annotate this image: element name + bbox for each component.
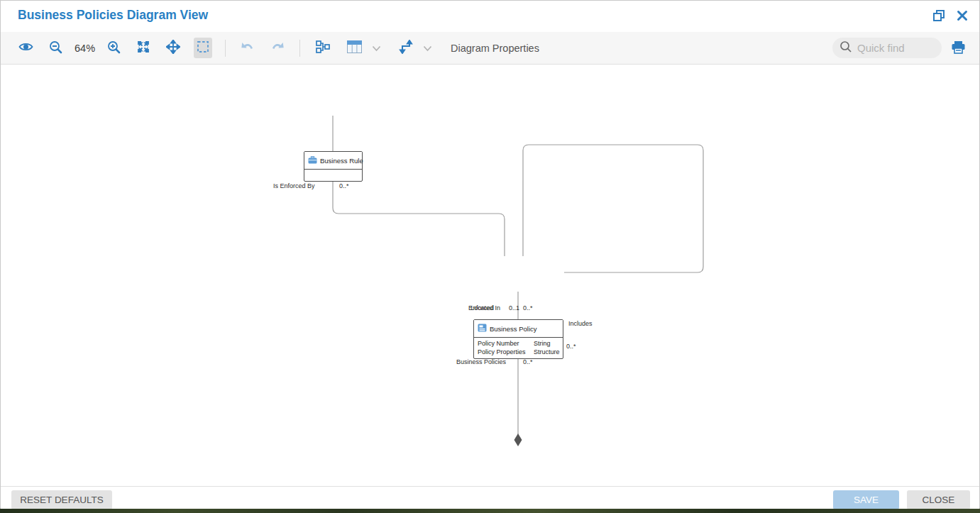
- table-view-button[interactable]: [344, 38, 365, 58]
- briefcase-icon: [308, 154, 317, 167]
- toolbar-separator: [299, 40, 300, 57]
- cardinality-label: 0..*: [523, 358, 533, 365]
- zoom-in-icon: [107, 40, 121, 56]
- zoom-out-icon: [49, 40, 62, 56]
- auto-layout-button[interactable]: [313, 38, 333, 58]
- attribute-name: Policy Properties: [478, 348, 534, 356]
- fit-to-window-icon: [136, 40, 150, 56]
- table-view-dropdown-chevron[interactable]: [372, 42, 381, 55]
- dialog-footer: RESET DEFAULTS SAVE CLOSE: [1, 486, 979, 510]
- close-dialog-button[interactable]: [955, 9, 969, 23]
- entity-title: Business Rule: [320, 157, 363, 165]
- entity-business-policy-header: Business Policy: [474, 320, 563, 338]
- zoom-in-button[interactable]: [105, 38, 123, 58]
- entity-business-rule[interactable]: Business Rule: [304, 151, 363, 182]
- diagram-properties-button[interactable]: Diagram Properties: [451, 43, 539, 54]
- entity-business-policy[interactable]: Business Policy Policy Number String Pol…: [473, 319, 563, 359]
- titlebar: Business Policies Diagram View: [1, 1, 979, 32]
- marquee-select-button[interactable]: [194, 38, 212, 58]
- attribute-row: Policy Number String: [474, 339, 563, 348]
- entity-business-rule-body: [304, 170, 362, 181]
- relationship-label-located-in: Located In: [470, 304, 500, 311]
- save-button[interactable]: SAVE: [833, 490, 899, 509]
- entity-title: Business Policy: [490, 325, 537, 333]
- maximize-button[interactable]: [932, 9, 946, 23]
- zoom-level-value: 64%: [75, 43, 95, 54]
- relationship-label-is-enforced-by: Is Enforced By: [273, 182, 315, 189]
- form-icon: [478, 322, 487, 335]
- diagram-canvas[interactable]: Business Rule Business Policy Policy Num…: [1, 65, 980, 486]
- zoom-out-button[interactable]: [47, 38, 65, 58]
- maximize-icon: [932, 9, 945, 24]
- marquee-select-icon: [196, 40, 210, 56]
- pan-tool-button[interactable]: [164, 38, 182, 58]
- cardinality-label: 0..*: [339, 182, 349, 189]
- print-icon: [951, 40, 966, 56]
- business-policies-diagram-dialog: Business Policies Diagram View: [0, 0, 980, 510]
- cardinality-label: 0..*: [566, 343, 576, 350]
- quick-find-input[interactable]: [857, 42, 935, 54]
- diagram-toolbar: 64%: [1, 32, 979, 65]
- connector-style-button[interactable]: [397, 38, 416, 58]
- entity-business-rule-header: Business Rule: [304, 152, 362, 170]
- undo-button[interactable]: [238, 40, 257, 57]
- attribute-name: Policy Number: [478, 339, 534, 348]
- relationship-connectors: [1, 65, 980, 486]
- relationship-label-business-policies: Business Policies: [456, 358, 506, 365]
- attribute-type: Structure: [534, 348, 560, 356]
- cardinality-label: 0..1: [509, 304, 519, 311]
- quick-find-box[interactable]: [832, 38, 942, 58]
- connector-style-icon: [399, 40, 414, 56]
- auto-layout-icon: [315, 40, 331, 56]
- connector-style-dropdown-chevron[interactable]: [423, 42, 432, 55]
- table-icon: [346, 40, 363, 56]
- print-button[interactable]: [949, 38, 968, 58]
- toolbar-separator: [225, 40, 226, 57]
- window-controls: [932, 9, 969, 23]
- cardinality-label: 0..*: [523, 304, 533, 311]
- entity-business-policy-attributes: Policy Number String Policy Properties S…: [474, 338, 563, 358]
- desktop-wallpaper-strip: [0, 509, 980, 513]
- visibility-button[interactable]: [16, 39, 35, 57]
- redo-button[interactable]: [268, 40, 287, 57]
- close-icon: [957, 10, 968, 23]
- attribute-type: String: [534, 339, 559, 348]
- search-icon: [839, 40, 852, 56]
- fit-to-window-button[interactable]: [134, 38, 153, 58]
- close-button[interactable]: CLOSE: [907, 490, 970, 509]
- attribute-row: Policy Properties Structure: [474, 348, 563, 356]
- eye-icon: [18, 41, 33, 55]
- reset-defaults-button[interactable]: RESET DEFAULTS: [11, 490, 112, 509]
- redo-icon: [270, 42, 285, 55]
- relationship-label-includes: Includes: [568, 320, 593, 327]
- dialog-title: Business Policies Diagram View: [18, 8, 208, 23]
- undo-icon: [241, 42, 255, 55]
- move-arrows-icon: [166, 40, 180, 56]
